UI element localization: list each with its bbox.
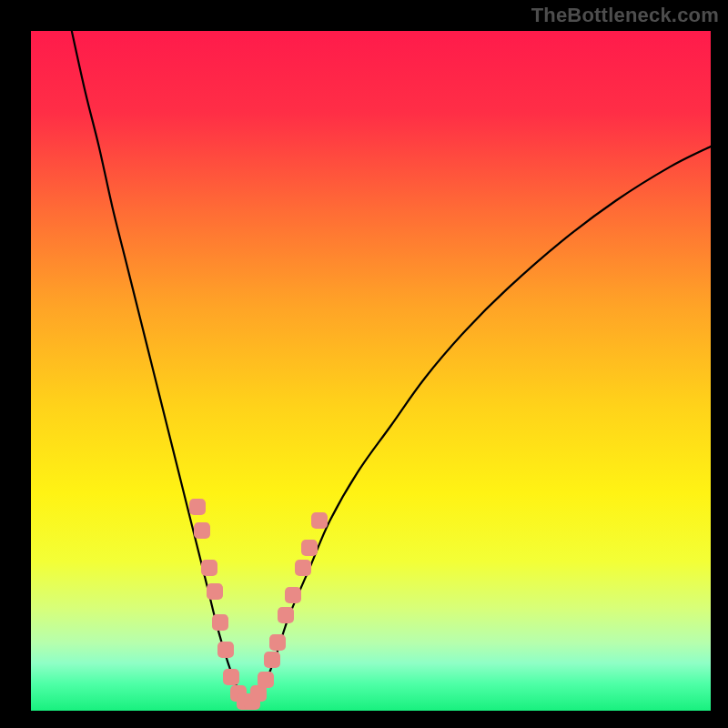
chart-stage: TheBottleneck.com [0,0,728,728]
data-marker [295,560,311,576]
curve-left-branch [72,31,245,704]
data-marker [285,587,301,603]
data-marker [264,652,280,668]
data-marker [258,672,274,688]
data-marker [212,614,228,631]
data-marker [217,642,234,658]
data-marker [278,607,294,623]
plot-area [31,31,711,711]
data-marker [189,499,206,515]
data-marker [269,634,286,651]
curve-right-branch [252,147,711,704]
data-marker [223,669,239,685]
data-marker [207,583,223,600]
data-marker [301,540,318,556]
watermark-text: TheBottleneck.com [531,4,719,27]
data-marker [201,560,217,576]
data-marker [311,512,328,529]
bottleneck-curve [31,31,711,711]
data-marker [194,522,210,539]
